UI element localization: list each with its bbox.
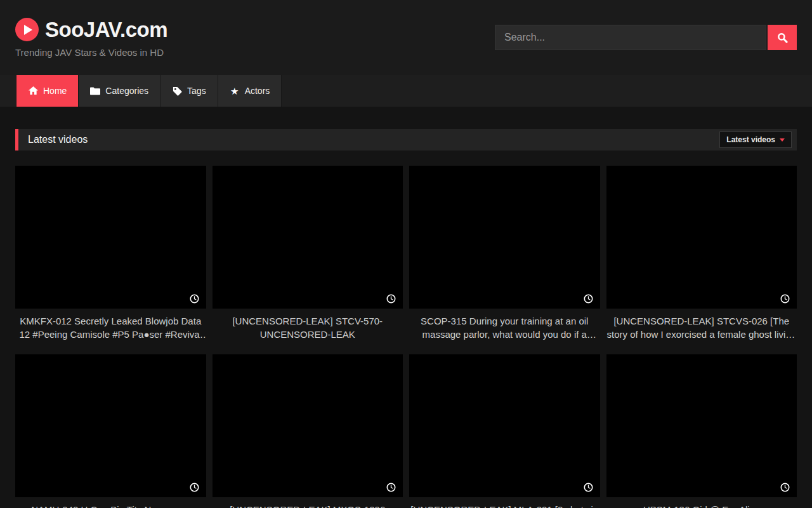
video-thumbnail [15, 354, 206, 497]
clock-icon [780, 483, 790, 492]
section-title: Latest videos [28, 134, 88, 145]
video-card[interactable]: KMKFX-012 Secretly Leaked Blowjob Data 1… [15, 166, 206, 341]
video-card[interactable]: [UNCENSORED-LEAK] STCV-570-UNCENSORED-LE… [213, 166, 403, 341]
video-card[interactable]: [UNCENSORED-LEAK] STCVS-026 [The story o… [606, 166, 797, 341]
section-header: Latest videos Latest videos [15, 129, 797, 150]
search-input[interactable] [495, 25, 766, 50]
video-thumbnail [213, 354, 403, 497]
clock-icon [780, 294, 790, 304]
nav-item-home[interactable]: Home [16, 75, 79, 107]
main-nav: Home Categories Tags ★ Actors [0, 75, 812, 107]
video-title: NAMU-042 H Cup Big Tits Newcomer (170cm … [15, 503, 206, 508]
brand: SooJAV.com Trending JAV Stars & Videos i… [15, 18, 167, 58]
video-card[interactable]: [UNCENSORED-LEAK] MLA-231 [3 shots in [409, 354, 600, 508]
clock-icon [190, 294, 199, 304]
clock-icon [584, 294, 593, 304]
clock-icon [190, 483, 199, 492]
nav-item-label: Actors [245, 86, 270, 96]
tag-icon [172, 86, 182, 96]
play-circle-icon [15, 18, 39, 41]
nav-item-label: Home [43, 86, 67, 96]
sort-dropdown-label: Latest videos [726, 135, 775, 144]
site-title[interactable]: SooJAV.com [45, 18, 167, 42]
nav-item-label: Categories [105, 86, 148, 96]
video-title: [UNCENSORED-LEAK] STCVS-026 [The story o… [606, 314, 797, 341]
sort-dropdown[interactable]: Latest videos [719, 131, 792, 148]
video-card[interactable]: [UNCENSORED-LEAK] MXGS-1296 Absolutely [213, 354, 403, 508]
video-card[interactable]: UPSM-186 Girl @ Era Alice [606, 354, 797, 508]
main-content: Latest videos Latest videos KMKFX-012 Se… [0, 107, 812, 508]
video-thumbnail [409, 166, 600, 309]
video-title: [UNCENSORED-LEAK] MLA-231 [3 shots in [409, 503, 600, 508]
search-icon [777, 32, 788, 43]
video-card[interactable]: NAMU-042 H Cup Big Tits Newcomer (170cm … [15, 354, 206, 508]
nav-item-categories[interactable]: Categories [79, 75, 160, 107]
video-title: [UNCENSORED-LEAK] MXGS-1296 Absolutely [213, 503, 403, 508]
search-form [495, 25, 797, 50]
caret-down-icon [780, 138, 785, 142]
clock-icon [584, 483, 593, 492]
clock-icon [386, 294, 396, 304]
nav-item-actors[interactable]: ★ Actors [218, 75, 282, 107]
site-tagline: Trending JAV Stars & Videos in HD [15, 47, 167, 58]
video-thumbnail [213, 166, 403, 309]
clock-icon [386, 483, 396, 492]
video-thumbnail [606, 166, 797, 309]
nav-item-tags[interactable]: Tags [160, 75, 218, 107]
video-title: [UNCENSORED-LEAK] STCV-570-UNCENSORED-LE… [213, 314, 403, 341]
site-header: SooJAV.com Trending JAV Stars & Videos i… [0, 0, 812, 75]
nav-list: Home Categories Tags ★ Actors [0, 75, 812, 107]
video-grid: KMKFX-012 Secretly Leaked Blowjob Data 1… [15, 166, 797, 508]
star-icon: ★ [230, 86, 240, 96]
video-thumbnail [606, 354, 797, 497]
home-icon [28, 86, 38, 96]
video-thumbnail [15, 166, 206, 309]
video-title: UPSM-186 Girl @ Era Alice [606, 503, 797, 508]
video-title: SCOP-315 During your training at an oil … [409, 314, 600, 341]
search-button[interactable] [768, 25, 797, 50]
nav-item-label: Tags [187, 86, 206, 96]
video-card[interactable]: SCOP-315 During your training at an oil … [409, 166, 600, 341]
logo[interactable]: SooJAV.com [15, 18, 167, 42]
video-title: KMKFX-012 Secretly Leaked Blowjob Data 1… [15, 314, 206, 341]
folder-icon [90, 86, 100, 96]
video-thumbnail [409, 354, 600, 497]
